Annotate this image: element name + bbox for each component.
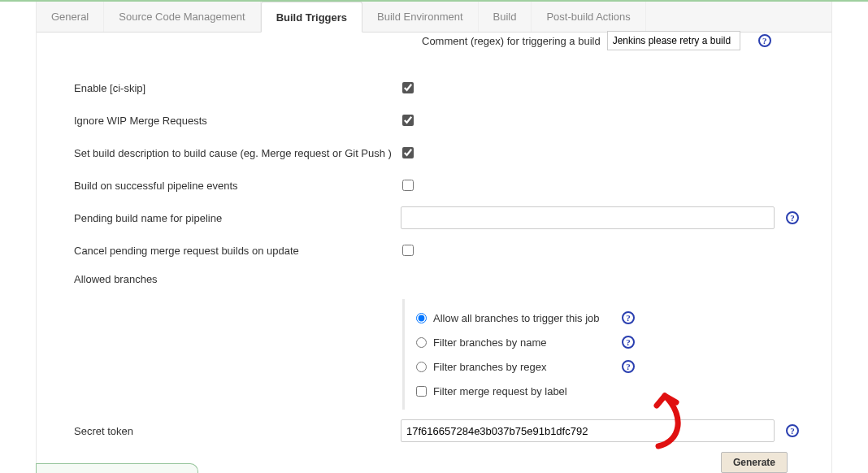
- help-icon[interactable]: ?: [622, 311, 635, 324]
- pending-build-name-label: Pending build name for pipeline: [74, 212, 401, 224]
- tab-general[interactable]: General: [37, 2, 104, 32]
- allow-all-branches-label: Allow all branches to trigger this job: [433, 312, 604, 324]
- filter-by-name-radio[interactable]: [416, 337, 427, 348]
- enable-ci-skip-checkbox[interactable]: [402, 82, 414, 93]
- allowed-branches-group: Allow all branches to trigger this job ?…: [402, 299, 799, 410]
- cancel-pending-checkbox[interactable]: [402, 245, 414, 256]
- tab-post-build[interactable]: Post-build Actions: [532, 2, 645, 32]
- tab-build-triggers[interactable]: Build Triggers: [261, 2, 362, 33]
- help-icon[interactable]: ?: [758, 34, 771, 47]
- pipeline-events-checkbox[interactable]: [402, 180, 414, 191]
- filter-by-name-label: Filter branches by name: [433, 336, 604, 349]
- comment-regex-input[interactable]: [607, 31, 740, 50]
- help-icon[interactable]: ?: [622, 336, 635, 349]
- build-description-checkbox[interactable]: [402, 147, 414, 158]
- pipeline-events-label: Build on successful pipeline events: [74, 180, 402, 192]
- tab-build[interactable]: Build: [479, 2, 532, 32]
- ignore-wip-label: Ignore WIP Merge Requests: [74, 115, 402, 127]
- allow-all-branches-radio[interactable]: [416, 313, 427, 323]
- filter-by-regex-label: Filter branches by regex: [433, 361, 604, 373]
- config-tabs: General Source Code Management Build Tri…: [37, 2, 831, 33]
- tab-scm[interactable]: Source Code Management: [104, 2, 260, 32]
- ignore-wip-checkbox[interactable]: [402, 115, 414, 126]
- enable-ci-skip-label: Enable [ci-skip]: [74, 82, 402, 94]
- bottom-tab-stub: [36, 463, 198, 473]
- build-description-label: Set build description to build cause (eg…: [74, 147, 402, 159]
- secret-token-label: Secret token: [74, 425, 401, 437]
- comment-regex-label: Comment (regex) for triggering a build: [422, 35, 601, 47]
- filter-by-label-checkbox[interactable]: [416, 386, 427, 397]
- cancel-pending-label: Cancel pending merge request builds on u…: [74, 245, 402, 257]
- generate-button[interactable]: Generate: [721, 452, 788, 473]
- filter-by-label-label: Filter merge request by label: [433, 385, 604, 397]
- allowed-branches-label: Allowed branches: [74, 273, 402, 285]
- help-icon[interactable]: ?: [786, 211, 799, 224]
- secret-token-input[interactable]: [401, 419, 775, 442]
- help-icon[interactable]: ?: [622, 360, 635, 373]
- pending-build-name-input[interactable]: [401, 206, 775, 229]
- filter-by-regex-radio[interactable]: [416, 362, 427, 372]
- tab-build-environment[interactable]: Build Environment: [362, 2, 479, 32]
- help-icon[interactable]: ?: [786, 424, 799, 437]
